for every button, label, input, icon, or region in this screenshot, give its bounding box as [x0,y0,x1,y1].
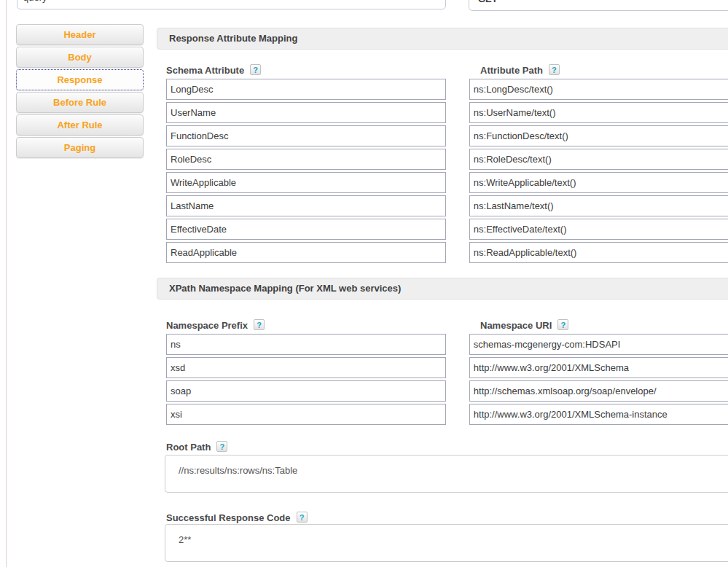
table-row [166,334,728,355]
schema-attribute-input[interactable] [166,79,446,100]
sidebar-item-paging[interactable]: Paging [16,137,144,158]
table-row [166,404,728,425]
table-row [166,357,728,378]
namespace-mapping-rows [166,334,728,425]
schema-attribute-input[interactable] [166,149,446,170]
schema-attribute-help-icon[interactable]: ? [250,64,261,75]
xpath-namespace-mapping-header: XPath Namespace Mapping (For XML web ser… [157,278,728,300]
namespace-uri-help-icon[interactable]: ? [557,319,568,330]
root-path-label-row: Root Path? [166,440,728,452]
table-row [166,380,728,402]
successful-response-code-help-icon[interactable]: ? [297,512,308,523]
response-attribute-mapping-header: Response Attribute Mapping [157,28,728,50]
main-panel: Response Attribute Mapping Schema Attrib… [157,0,728,562]
namespace-prefix-input[interactable] [166,380,446,402]
attribute-path-input[interactable] [469,102,728,123]
successful-response-code-input[interactable]: 2** [165,524,728,562]
left-border-rule [6,0,7,567]
schema-attribute-input[interactable] [166,242,446,263]
page: HeaderBodyResponseBefore RuleAfter RuleP… [0,0,728,567]
schema-attribute-label: Schema Attribute [166,65,244,76]
namespace-prefix-help-icon[interactable]: ? [254,319,265,330]
attribute-path-input[interactable] [469,195,728,216]
table-row [166,149,728,170]
namespace-prefix-input[interactable] [166,357,446,378]
namespace-uri-input[interactable] [469,357,728,378]
schema-attribute-input[interactable] [166,172,446,193]
schema-attribute-input[interactable] [166,195,446,216]
sidebar-item-header[interactable]: Header [16,24,144,45]
schema-attribute-input[interactable] [166,102,446,123]
namespace-uri-label: Namespace URI [480,320,552,331]
schema-attribute-input[interactable] [166,219,446,240]
namespace-uri-input[interactable] [469,334,728,355]
namespace-prefix-label: Namespace Prefix [166,320,248,331]
success-code-label-row: Successful Response Code? [166,511,728,523]
attribute-path-input[interactable] [469,125,728,146]
sidebar-item-body[interactable]: Body [16,47,144,68]
attribute-path-input[interactable] [469,242,728,263]
attribute-path-input[interactable] [469,219,728,240]
namespace-uri-input[interactable] [469,404,728,425]
namespace-mapping-column-headers: Namespace Prefix? Namespace URI? [166,318,728,331]
sidebar: HeaderBodyResponseBefore RuleAfter RuleP… [16,24,144,160]
attribute-mapping-rows [166,79,728,263]
table-row [166,79,728,100]
root-path-help-icon[interactable]: ? [216,441,227,452]
root-path-input[interactable]: //ns:results/ns:rows/ns:Table [165,455,728,493]
table-row [166,102,728,123]
namespace-prefix-input[interactable] [166,334,446,355]
schema-attribute-input[interactable] [166,125,446,146]
table-row [166,172,728,193]
table-row [166,242,728,263]
attribute-path-help-icon[interactable]: ? [549,64,560,75]
sidebar-item-after-rule[interactable]: After Rule [16,114,144,136]
root-path-label: Root Path [166,442,211,453]
table-row [166,219,728,240]
table-row [166,195,728,216]
namespace-uri-input[interactable] [469,380,728,402]
attribute-path-input[interactable] [469,172,728,193]
namespace-prefix-input[interactable] [166,404,446,425]
sidebar-item-response[interactable]: Response [16,69,144,90]
sidebar-item-before-rule[interactable]: Before Rule [16,92,144,113]
successful-response-code-label: Successful Response Code [166,512,291,523]
attribute-path-input[interactable] [469,149,728,170]
table-row [166,125,728,146]
attribute-mapping-column-headers: Schema Attribute? Attribute Path? [166,63,728,76]
attribute-path-input[interactable] [469,79,728,100]
attribute-path-label: Attribute Path [480,65,543,76]
